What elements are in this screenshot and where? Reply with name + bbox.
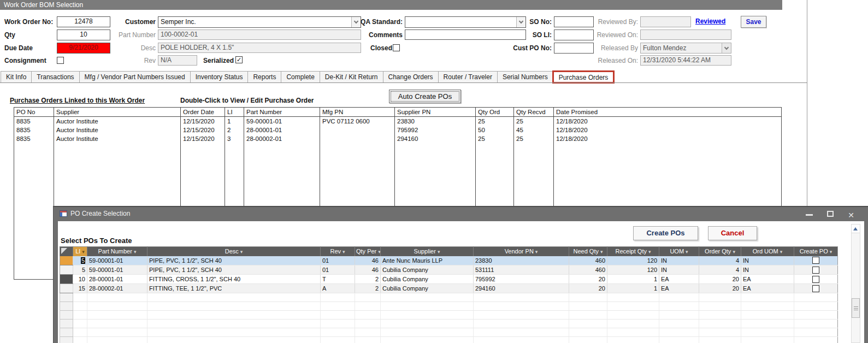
qty-field[interactable]: 10: [57, 29, 110, 40]
tab-mfg-vendor-part-numbers-issued[interactable]: Mfg / Vendor Part Numbers Issued: [79, 71, 191, 83]
so-no-label: SO No:: [503, 18, 552, 26]
sel-table-row[interactable]: 1028-00001-01FITTING, CROSS, 1 1/2", SCH…: [60, 275, 838, 284]
filter-arrow-icon[interactable]: ▾: [376, 249, 380, 255]
sel-table-row[interactable]: 559-00001-01PIPE, PVC, 1 1/2", SCH 40014…: [60, 256, 838, 265]
window-title: Work Order BOM Selection: [4, 1, 83, 9]
sel-column-header-part-number[interactable]: Part Number▾: [87, 247, 147, 256]
empty-cell: [87, 320, 147, 328]
work-order-no-field[interactable]: 12478: [57, 16, 110, 27]
reviewed-by-label: Reviewed By:: [579, 18, 638, 26]
sel-cell-need-qty: 460: [569, 256, 607, 265]
sel-column-header-uom[interactable]: UOM▾: [659, 247, 699, 256]
filter-arrow-icon[interactable]: ▾: [341, 249, 345, 255]
empty-row-selector: [60, 293, 73, 302]
sel-column-header-li[interactable]: LI▾: [73, 247, 87, 256]
tab-inventory-status[interactable]: Inventory Status: [190, 71, 249, 83]
row-selector[interactable]: [60, 275, 73, 284]
sel-column-header-ord-uom[interactable]: Ord UOM▾: [741, 247, 794, 256]
auto-create-pos-button[interactable]: Auto Create POs: [389, 90, 461, 103]
tab-de-kit-kit-return[interactable]: De-Kit / Kit Return: [320, 71, 383, 83]
scroll-up-button[interactable]: [852, 224, 860, 233]
filter-arrow-icon[interactable]: ▾: [132, 249, 137, 255]
sel-column-header-qty-per[interactable]: Qty Per▾: [355, 247, 381, 256]
sel-column-header-supplier[interactable]: Supplier▾: [381, 247, 474, 256]
po-column-header: PO No: [14, 108, 54, 117]
tab-router-traveler[interactable]: Router / Traveler: [438, 71, 498, 83]
po-cell: 25: [476, 134, 514, 143]
sel-table-body: 559-00001-01PIPE, PVC, 1 1/2", SCH 40014…: [60, 256, 838, 343]
save-button[interactable]: Save: [741, 16, 766, 28]
serialized-checkbox[interactable]: ✓: [235, 56, 243, 63]
customer-combobox[interactable]: Semper Inc.: [158, 16, 361, 28]
empty-cell: [321, 320, 355, 328]
sel-column-header-vendor-pn[interactable]: Vendor PN▾: [474, 247, 569, 256]
dialog-title-bar[interactable]: PO Create Selection ✕: [54, 207, 868, 221]
empty-cell: [381, 320, 474, 328]
sel-column-header-order-qty[interactable]: Order Qty▾: [699, 247, 741, 256]
screen: Work Order BOM Selection Work Order No: …: [0, 0, 868, 343]
filter-arrow-icon[interactable]: ▾: [778, 249, 783, 255]
filter-arrow-icon[interactable]: ▾: [239, 249, 243, 255]
sel-table-row[interactable]: 559-00001-01PIPE, PVC, 1 1/2", SCH 40014…: [60, 265, 838, 275]
create-po-checkbox[interactable]: [812, 285, 819, 292]
rev-field: N/A: [158, 55, 197, 66]
sel-column-header-desc[interactable]: Desc▾: [147, 247, 321, 256]
filter-arrow-icon[interactable]: ▾: [80, 249, 85, 255]
create-po-checkbox[interactable]: [812, 267, 819, 274]
tab-serial-numbers[interactable]: Serial Numbers: [497, 71, 553, 83]
create-po-checkbox[interactable]: [812, 276, 819, 283]
empty-cell: [607, 328, 659, 337]
current-row-selector[interactable]: [60, 256, 73, 265]
filter-arrow-icon[interactable]: ▾: [436, 249, 440, 255]
reviewed-link[interactable]: Reviewed: [695, 17, 725, 25]
maximize-button[interactable]: [824, 209, 836, 218]
tab-complete[interactable]: Complete: [281, 71, 320, 83]
tab-change-orders[interactable]: Change Orders: [383, 71, 439, 83]
due-date-field[interactable]: 9/21/2020: [57, 43, 110, 54]
tab-transactions[interactable]: Transactions: [31, 71, 79, 83]
scrollbar-thumb[interactable]: [852, 298, 860, 318]
empty-row-selector: [60, 328, 73, 337]
column-label: Order Qty: [705, 248, 731, 255]
sel-cell-order-qty: 20: [699, 275, 741, 284]
sel-cell-need-qty: 460: [569, 265, 607, 275]
closed-checkbox[interactable]: [393, 44, 400, 51]
row-selector[interactable]: [60, 284, 73, 293]
po-cell: 294160: [395, 134, 476, 143]
close-button[interactable]: ✕: [845, 209, 857, 218]
filter-arrow-icon[interactable]: ▾: [599, 249, 603, 255]
empty-cell: [87, 328, 147, 337]
po-table-row[interactable]: 8835Auctor Institute12/15/2020159-00001-…: [14, 117, 782, 126]
sel-column-header-receipt-qty[interactable]: Receipt Qty▾: [607, 247, 659, 256]
tab-purchase-orders[interactable]: Purchase Orders: [553, 71, 615, 83]
sel-column-header-create-po[interactable]: Create PO▾: [794, 247, 838, 256]
cancel-button[interactable]: Cancel: [708, 226, 757, 240]
sel-table-row[interactable]: 1528-00002-01FITTING, TEE, 1 1/2", PVCA2…: [60, 284, 838, 293]
create-po-checkbox[interactable]: [812, 257, 819, 264]
sel-column-header-need-qty[interactable]: Need Qty▾: [569, 247, 607, 256]
sel-column-header-rev[interactable]: Rev▾: [321, 247, 355, 256]
filter-arrow-icon[interactable]: ▾: [828, 249, 832, 255]
tab-reports[interactable]: Reports: [247, 71, 281, 83]
tab-kit-info[interactable]: Kit Info: [1, 71, 32, 83]
consignment-checkbox[interactable]: [57, 57, 64, 64]
due-date-label: Due Date: [4, 44, 33, 52]
po-cell: Auctor Institute: [54, 117, 181, 126]
po-table-row[interactable]: 8835Auctor Institute12/15/2020228-00001-…: [14, 126, 782, 134]
minimize-button[interactable]: [804, 209, 816, 218]
create-pos-button[interactable]: Create POs: [633, 226, 698, 240]
po-table-row[interactable]: 8835Auctor Institute12/15/2020328-00002-…: [14, 134, 782, 143]
filter-arrow-icon[interactable]: ▾: [684, 249, 688, 255]
select-all-cell[interactable]: [60, 247, 73, 256]
filter-arrow-icon[interactable]: ▾: [534, 249, 538, 255]
empty-cell: [73, 311, 87, 320]
filter-arrow-icon[interactable]: ▾: [647, 249, 651, 255]
empty-cell: [794, 311, 838, 320]
sel-cell-vendor-pn: 531111: [474, 265, 569, 275]
filter-arrow-icon[interactable]: ▾: [731, 249, 735, 255]
sel-cell-create-po: [794, 275, 838, 284]
row-selector[interactable]: [60, 265, 73, 275]
vertical-scrollbar[interactable]: [851, 224, 860, 343]
work-order-no-label: Work Order No:: [4, 18, 53, 26]
column-label: Vendor PN: [505, 248, 534, 255]
